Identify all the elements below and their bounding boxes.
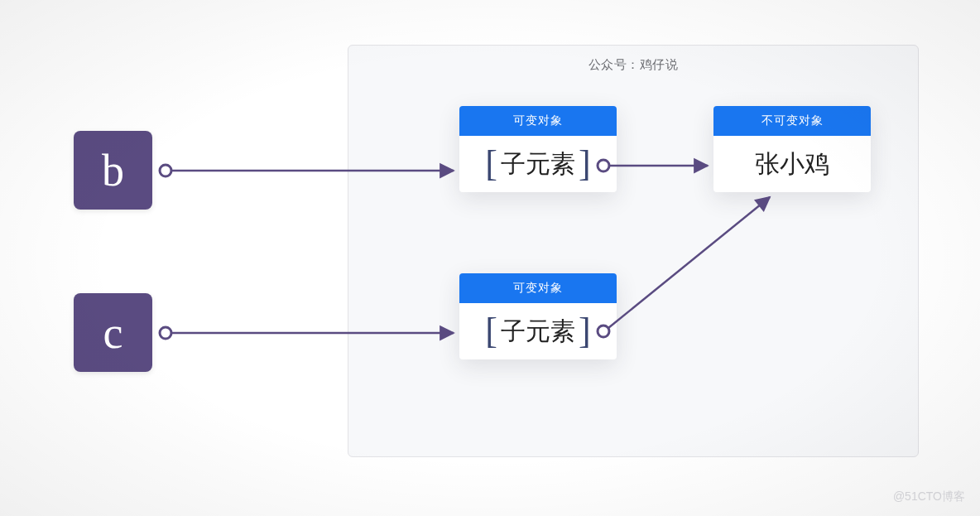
- svg-point-2: [160, 327, 171, 339]
- variable-c-box: c: [74, 293, 152, 372]
- mutable-object-card-1: 可变对象 [ 子元素 ]: [459, 106, 617, 192]
- immutable-object-card: 不可变对象 张小鸡: [713, 106, 871, 192]
- card-body: [ 子元素 ]: [459, 136, 617, 192]
- card-header: 不可变对象: [713, 106, 871, 136]
- bracket-open-icon: [: [482, 146, 501, 182]
- card-header: 可变对象: [459, 106, 617, 136]
- card-body-text: 子元素: [501, 147, 575, 181]
- panel-title: 公众号：鸡仔说: [348, 57, 918, 73]
- card-body: [ 子元素 ]: [459, 303, 617, 359]
- card-body-text: 子元素: [501, 315, 575, 349]
- bracket-close-icon: ]: [575, 313, 594, 350]
- variable-b-label: b: [102, 145, 124, 196]
- watermark-text: @51CTO博客: [893, 489, 965, 504]
- card-body: 张小鸡: [713, 136, 871, 192]
- card-header: 可变对象: [459, 273, 617, 303]
- svg-point-0: [160, 165, 171, 176]
- variable-b-box: b: [74, 131, 152, 210]
- bracket-open-icon: [: [482, 313, 501, 350]
- mutable-object-card-2: 可变对象 [ 子元素 ]: [459, 273, 617, 359]
- variable-c-label: c: [103, 307, 123, 359]
- bracket-close-icon: ]: [575, 146, 594, 182]
- card-body-text: 张小鸡: [755, 147, 829, 181]
